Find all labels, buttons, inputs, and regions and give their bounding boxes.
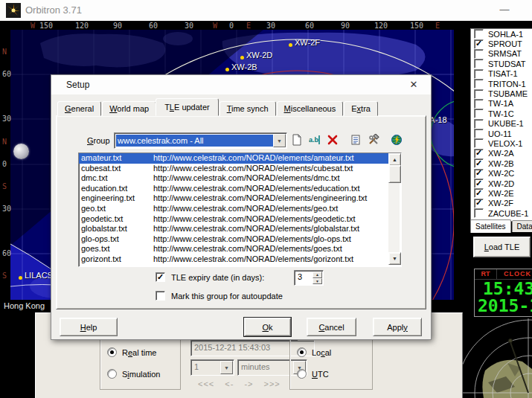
satellite-checkbox-row[interactable]: ✓VELOX-1 xyxy=(471,138,532,148)
setup-dialog-titlebar[interactable]: Setup ✕ xyxy=(51,75,431,94)
utc-time-radio[interactable]: UTC xyxy=(297,369,329,379)
file-list-scrollbar[interactable]: ▲ ▼ xyxy=(388,153,400,265)
satellite-checkbox-row[interactable]: ✓XW-2E xyxy=(471,188,532,198)
satellite-checkbox-row[interactable]: ✓XW-2D xyxy=(471,179,532,188)
satellite-checkbox[interactable]: ✓ xyxy=(474,39,484,49)
view-list-icon[interactable] xyxy=(349,133,362,147)
tle-file-row[interactable]: dmc.txthttp://www.celestrak.com/NORAD/el… xyxy=(79,173,401,184)
tle-file-row[interactable]: cubesat.txthttp://www.celestrak.com/NORA… xyxy=(79,164,401,174)
tle-file-row[interactable]: geodetic.txthttp://www.celestrak.com/NOR… xyxy=(79,214,401,225)
tle-file-row[interactable]: geo.txthttp://www.celestrak.com/NORAD/el… xyxy=(79,204,401,214)
delete-icon[interactable] xyxy=(326,133,339,147)
cancel-button[interactable]: Cancel xyxy=(307,318,356,336)
satellite-checkbox-row[interactable]: ✓ZACUBE-1 xyxy=(471,208,532,218)
tab-time-synch[interactable]: Time synch xyxy=(219,101,276,116)
tools-icon[interactable] xyxy=(367,133,380,147)
app-titlebar[interactable]: Orbitron 3.71 — xyxy=(0,0,532,21)
ok-button[interactable]: Ok xyxy=(244,318,291,336)
local-time-radio[interactable]: Local xyxy=(297,347,331,357)
tle-expiry-checkbox-box[interactable]: ✓ xyxy=(156,272,165,282)
satellite-checkbox-row[interactable]: ✓TRITON-1 xyxy=(471,79,532,89)
utc-radio-circle[interactable] xyxy=(297,369,307,379)
satellite-checkbox-row[interactable]: ✓TSUBAME xyxy=(471,89,532,98)
tle-file-row[interactable]: education.txthttp://www.celestrak.com/NO… xyxy=(79,184,401,194)
apply-button[interactable]: Apply xyxy=(373,318,422,336)
satellite-checkbox[interactable]: ✓ xyxy=(474,99,484,109)
satellite-checkbox[interactable]: ✓ xyxy=(474,119,484,129)
satellite-checkbox[interactable]: ✓ xyxy=(474,109,484,118)
autoupdate-checkbox[interactable]: ✓ Mark this group for autoupdate xyxy=(156,291,283,301)
satellite-checkbox[interactable]: ✓ xyxy=(474,158,484,168)
tab-data[interactable]: Data xyxy=(512,220,532,232)
satellite-checkbox[interactable]: ✓ xyxy=(474,59,484,68)
time-step-arrow-0[interactable]: <<< xyxy=(198,379,214,388)
time-step-arrow-2[interactable]: -> xyxy=(244,379,253,388)
satellite-checkbox[interactable]: ✓ xyxy=(474,69,484,79)
tle-file-list[interactable]: amateur.txthttp://www.celestrak.com/NORA… xyxy=(78,153,402,267)
satellite-checkbox-row[interactable]: ✓TISAT-1 xyxy=(471,69,532,79)
spinner-up-icon[interactable]: ▲ xyxy=(313,272,322,278)
satellite-checkbox-row[interactable]: ✓UKUBE-1 xyxy=(471,119,532,129)
real-time-radio-circle[interactable] xyxy=(107,347,117,357)
satellite-checkbox[interactable]: ✓ xyxy=(474,208,484,218)
satellite-checkbox[interactable]: ✓ xyxy=(474,149,484,158)
satellite-checkbox[interactable]: ✓ xyxy=(474,138,484,148)
real-time-radio[interactable]: Real time xyxy=(107,347,156,357)
satellite-checkbox-row[interactable]: ✓XW-2A xyxy=(471,149,532,158)
satellite-checkbox-row[interactable]: ✓SPROUT xyxy=(471,39,532,48)
satellite-checkbox[interactable]: ✓ xyxy=(474,29,484,39)
tab-tle-updater[interactable]: TLE updater xyxy=(156,98,219,116)
tle-file-row[interactable]: goes.txthttp://www.celestrak.com/NORAD/e… xyxy=(79,244,401,254)
help-button[interactable]: Help xyxy=(60,318,118,336)
satellite-checkbox[interactable]: ✓ xyxy=(474,129,484,138)
new-file-icon[interactable] xyxy=(290,133,304,147)
satellite-checkbox-row[interactable]: ✓STUDSAT xyxy=(471,59,532,68)
tab-world-map[interactable]: World map xyxy=(102,101,156,116)
tab-satellites[interactable]: Satellites xyxy=(470,219,511,233)
scroll-up-icon[interactable]: ▲ xyxy=(388,153,401,166)
tle-file-row[interactable]: gorizont.txthttp://www.celestrak.com/NOR… xyxy=(79,254,401,265)
satellite-checkbox-row[interactable]: ✓XW-2B xyxy=(471,158,532,168)
satellite-checkbox[interactable]: ✓ xyxy=(474,169,484,179)
time-step-arrow-3[interactable]: >>> xyxy=(263,379,280,388)
satellite-checkbox[interactable]: ✓ xyxy=(474,79,484,89)
satellite-checkbox[interactable]: ✓ xyxy=(474,49,484,59)
time-step-arrow-1[interactable]: <- xyxy=(225,379,234,388)
satellite-checkbox-row[interactable]: ✓TW-1A xyxy=(471,99,532,109)
tab-extra[interactable]: Extra xyxy=(344,101,378,116)
local-radio-circle[interactable] xyxy=(297,347,307,357)
close-icon[interactable]: ✕ xyxy=(401,77,426,93)
group-dropdown[interactable]: www.celestrak.com - All ▼ xyxy=(114,132,287,149)
satellite-checkbox[interactable]: ✓ xyxy=(474,199,484,208)
expiry-days-spinner[interactable]: 3 ▲ ▼ xyxy=(294,270,324,286)
satellite-checkbox-row[interactable]: ✓SRMSAT xyxy=(471,49,532,59)
scrollbar-thumb[interactable] xyxy=(388,165,401,183)
satellite-checkbox-row[interactable]: ✓SOHLA-1 xyxy=(471,29,532,39)
simulation-radio[interactable]: Simulation xyxy=(107,369,160,379)
satellite-checkbox[interactable]: ✓ xyxy=(474,179,484,188)
satellite-checkbox-row[interactable]: ✓XW-2F xyxy=(471,199,532,208)
group-dropdown-arrow-icon[interactable]: ▼ xyxy=(273,134,286,147)
tle-file-row[interactable]: globalstar.txthttp://www.celestrak.com/N… xyxy=(79,224,401,234)
step-dropdown-arrow-icon[interactable]: ▼ xyxy=(220,361,233,374)
spinner-down-icon[interactable]: ▼ xyxy=(313,278,322,285)
tab-miscellaneous[interactable]: Miscellaneous xyxy=(277,101,344,116)
satellite-checkbox-row[interactable]: ✓UO-11 xyxy=(471,129,532,138)
satellite-checkbox[interactable]: ✓ xyxy=(474,89,484,99)
simulation-radio-circle[interactable] xyxy=(107,369,117,379)
minimize-icon[interactable]: — xyxy=(487,0,522,21)
step-value-dropdown[interactable]: 1 ▼ xyxy=(190,359,234,376)
satellite-checkbox-row[interactable]: ✓XW-2C xyxy=(471,168,532,178)
load-tle-button[interactable]: Load TLE xyxy=(473,237,531,257)
autoupdate-checkbox-box[interactable]: ✓ xyxy=(156,291,165,301)
tle-file-row[interactable]: glo-ops.txthttp://www.celestrak.com/NORA… xyxy=(79,234,401,245)
scroll-down-icon[interactable]: ▼ xyxy=(388,252,401,265)
satellite-checkbox[interactable]: ✓ xyxy=(474,188,484,198)
tab-general[interactable]: General xyxy=(57,101,101,116)
satellite-checkbox-row[interactable]: ✓TW-1C xyxy=(471,109,532,118)
download-tle-icon[interactable] xyxy=(390,133,403,147)
tle-file-row[interactable]: amateur.txthttp://www.celestrak.com/NORA… xyxy=(79,153,401,164)
rename-icon[interactable]: a.b xyxy=(308,133,321,147)
tle-expiry-checkbox[interactable]: ✓ TLE expiry date (in days): xyxy=(156,272,264,282)
tle-file-row[interactable]: engineering.txthttp://www.celestrak.com/… xyxy=(79,193,401,204)
